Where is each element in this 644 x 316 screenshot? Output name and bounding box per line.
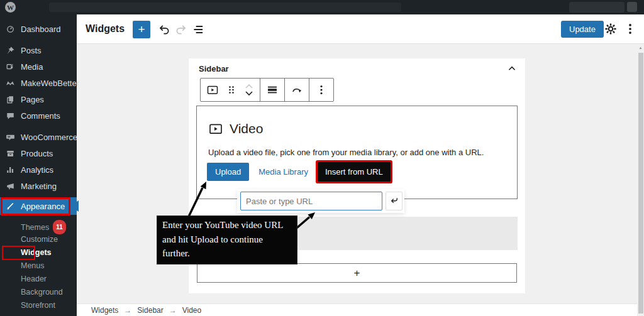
sidebar-item-label: MakeWebBetter (21, 79, 79, 88)
insert-from-url-button[interactable]: Insert from URL (318, 162, 391, 182)
chevron-up-icon[interactable] (505, 62, 519, 75)
wordpress-logo-icon[interactable]: W (5, 2, 16, 13)
video-block-actions: Upload Media Library Insert from URL (207, 162, 391, 182)
undo-button[interactable] (157, 23, 171, 36)
video-block-icon (206, 84, 219, 96)
media-library-button[interactable]: Media Library (258, 167, 308, 177)
add-block-appender[interactable]: + (197, 263, 517, 283)
makewebbetter-icon (6, 79, 15, 88)
block-movers[interactable] (241, 79, 257, 101)
sidebar-item-label: Marketing (21, 182, 57, 191)
toolbar-group-move (284, 79, 309, 101)
sidebar-item-label: Analytics (21, 165, 53, 175)
toolbar-group-align (260, 79, 284, 101)
themes-update-badge: 11 (53, 220, 66, 234)
sidebar-item-products[interactable]: Products (0, 145, 77, 161)
curved-arrow-icon (291, 84, 303, 96)
sidebar-item-label: Appearance (21, 202, 65, 211)
plus-icon: + (138, 23, 145, 36)
breadcrumb-arrow: → (124, 306, 131, 315)
marketing-icon (6, 182, 15, 191)
sidebar-item-label: Comments (21, 111, 60, 121)
drag-handle[interactable] (222, 79, 241, 101)
move-down-icon (244, 90, 254, 97)
submenu-item-storefront[interactable]: Storefront (0, 299, 77, 312)
submenu-item-header[interactable]: Header (0, 273, 77, 286)
video-block-type-button[interactable] (203, 79, 222, 101)
update-button[interactable]: Update (561, 21, 604, 38)
sidebar-item-label: Posts (21, 46, 42, 55)
widget-area-title: Sidebar (199, 64, 229, 74)
appearance-submenu: Themes11 Customize Widgets Menus Header … (0, 215, 77, 312)
sidebar-item-comments[interactable]: Comments (0, 107, 77, 124)
breadcrumb-widgets[interactable]: Widgets (91, 306, 118, 315)
page-title: Widgets (86, 23, 125, 35)
scrollbar-thumb[interactable] (638, 53, 643, 313)
sidebar-item-label: WooCommerce (21, 133, 77, 142)
editor-header: Widgets + Update (77, 14, 644, 44)
sidebar-item-label: Pages (21, 95, 44, 104)
appearance-icon (6, 202, 15, 211)
breadcrumb: Widgets → Sidebar → Video (77, 303, 644, 316)
sidebar-item-pages[interactable]: Pages (0, 91, 77, 107)
sidebar-item-makewebbetter[interactable]: MakeWebBetter (0, 75, 77, 91)
sidebar-item-label: Media (21, 62, 43, 72)
woocommerce-icon (6, 133, 15, 142)
drag-dots-icon (225, 84, 238, 96)
products-icon (6, 149, 15, 158)
submenu-item-background[interactable]: Background (0, 286, 77, 299)
media-icon (6, 62, 15, 72)
gear-icon[interactable] (604, 22, 618, 36)
sidebar-item-label: Dashboard (21, 25, 61, 34)
sidebar-item-marketing[interactable]: Marketing (0, 178, 77, 194)
url-popover (237, 189, 404, 213)
sidebar-item-media[interactable]: Media (0, 58, 77, 75)
avatar (627, 2, 637, 12)
current-menu-arrow (70, 200, 79, 212)
video-block-header: Video (208, 121, 263, 136)
breadcrumb-video[interactable]: Video (182, 306, 201, 315)
submenu-item-widgets[interactable]: Widgets (0, 246, 77, 259)
video-block-icon (208, 121, 223, 136)
sidebar-item-label: Products (21, 149, 53, 158)
submenu-item-menus[interactable]: Menus (0, 259, 77, 273)
redo-button[interactable] (174, 23, 188, 36)
video-block-description: Upload a video file, pick one from your … (208, 148, 484, 157)
add-block-button[interactable]: + (133, 21, 150, 38)
annotation-callout: Enter your YouTube video URL and hit Upl… (157, 215, 297, 264)
move-up-icon (244, 83, 254, 90)
pin-icon (6, 46, 15, 55)
scrollbar-up-arrow[interactable]: ▲ (637, 44, 644, 52)
video-block-placeholder: Video Upload a video file, pick one from… (196, 106, 518, 199)
toolbar-group-block (201, 79, 260, 101)
breadcrumb-sidebar[interactable]: Sidebar (137, 306, 163, 315)
block-toolbar (200, 78, 334, 102)
submenu-item-themes[interactable]: Themes11 (0, 220, 77, 233)
comments-icon (6, 111, 15, 121)
apply-url-button[interactable] (386, 192, 402, 210)
sidebar-item-analytics[interactable]: Analytics (0, 161, 77, 178)
pages-icon (6, 95, 15, 104)
breadcrumb-arrow: → (169, 306, 177, 315)
sidebar-item-posts[interactable]: Posts (0, 42, 77, 58)
analytics-icon (6, 165, 15, 175)
keyboard-return-icon (389, 195, 400, 207)
plus-icon: + (354, 267, 360, 280)
upload-button[interactable]: Upload (207, 163, 249, 181)
options-ellipsis-icon (315, 84, 328, 96)
video-block-title: Video (230, 121, 263, 136)
align-icon (266, 84, 279, 96)
blurred-site-title (49, 3, 401, 12)
sidebar-item-dashboard[interactable]: Dashboard (0, 21, 77, 37)
block-options-button[interactable] (312, 79, 331, 101)
options-ellipsis-icon[interactable] (623, 22, 637, 36)
sidebar-item-woocommerce[interactable]: WooCommerce (0, 129, 77, 145)
submenu-item-customize[interactable]: Customize (0, 233, 77, 246)
admin-top-bar: W (0, 0, 644, 14)
admin-sidebar: Dashboard Posts Media MakeWebBetter Page… (0, 14, 77, 316)
align-button[interactable] (263, 79, 282, 101)
sidebar-item-appearance[interactable]: Appearance (0, 197, 77, 215)
list-view-button[interactable] (191, 23, 205, 36)
url-input[interactable] (240, 192, 382, 210)
move-to-widget-area-button[interactable] (287, 79, 306, 101)
